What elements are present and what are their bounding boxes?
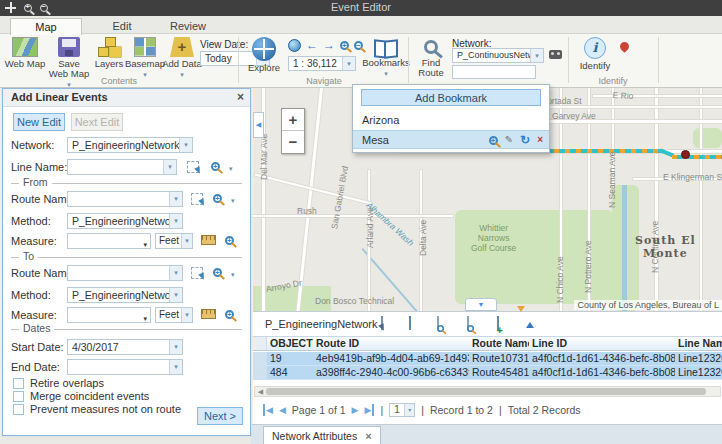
select-to-route-icon[interactable] xyxy=(191,267,203,279)
start-date-field[interactable]: 4/30/2017▾ xyxy=(67,339,183,355)
find-route-icon xyxy=(424,40,438,54)
next-page-button[interactable]: ▶ xyxy=(352,404,359,416)
add-data-icon xyxy=(170,37,194,57)
horizontal-scrollbar[interactable]: ◀ xyxy=(254,386,721,397)
bookmark-item[interactable]: Arizona xyxy=(353,111,549,130)
map-label: Delta Ave xyxy=(418,220,428,256)
network-field-label: Network: xyxy=(11,137,54,153)
column-header[interactable]: Line ID xyxy=(529,337,675,350)
scrollbar-thumb[interactable] xyxy=(266,388,706,395)
edit-bookmark-icon[interactable]: ✎ xyxy=(505,135,513,145)
pin-icon[interactable] xyxy=(618,40,631,53)
new-edit-button[interactable]: New Edit xyxy=(13,113,65,131)
collapse-table-button[interactable]: ▼ xyxy=(465,298,497,311)
checkbox[interactable] xyxy=(13,404,24,415)
tab-network-attributes[interactable]: Network Attributes × xyxy=(263,426,381,444)
map-zoom-in-button[interactable]: + xyxy=(282,109,304,131)
tab-edit[interactable]: Edit xyxy=(92,18,152,35)
web-map-button[interactable]: Web Map xyxy=(4,37,46,69)
map-zoom-control: + − xyxy=(281,108,305,154)
zoom-to-from-route-icon[interactable] xyxy=(213,194,222,203)
zoom-to-measure-icon[interactable] xyxy=(225,310,234,319)
table-cell: a4f0cf1d-1d61-4346-befc-8b08133e681e xyxy=(529,366,675,379)
column-header[interactable]: Line Name xyxy=(675,337,722,350)
layers-button[interactable]: Layers xyxy=(92,37,126,69)
select-line-on-map-icon[interactable] xyxy=(187,161,199,173)
select-records-icon[interactable] xyxy=(381,316,383,330)
next-edit-button[interactable]: Next Edit xyxy=(71,113,123,131)
show-table-icon[interactable] xyxy=(409,316,411,330)
from-unit-select[interactable]: Feet▾ xyxy=(155,233,193,249)
find-route-button[interactable]: Find Route xyxy=(414,37,448,78)
page-select[interactable]: 1 ▾ xyxy=(389,403,415,417)
column-header[interactable]: OBJECTID xyxy=(267,337,313,350)
zoom-to-bookmark-icon[interactable] xyxy=(489,136,498,145)
basemap-icon xyxy=(134,37,156,57)
network-field[interactable]: P_EngineeringNetwork▾ xyxy=(67,137,193,153)
to-measure-field[interactable]: ▾ xyxy=(67,307,151,323)
identify-button[interactable]: i Identify xyxy=(576,37,614,71)
measure-on-map-icon[interactable] xyxy=(201,235,216,245)
network-select[interactable]: P_ContinuousNetwork ▾ xyxy=(452,48,544,63)
add-bookmark-button[interactable]: Add Bookmark xyxy=(361,89,541,106)
table-row[interactable]: 484a398ff4c-2940-4c00-96b6-c6343f8f1711R… xyxy=(253,366,722,380)
explore-button[interactable]: Explore xyxy=(246,37,282,73)
route-search-input[interactable] xyxy=(452,65,536,79)
map-zoom-out-button[interactable]: − xyxy=(282,131,304,153)
column-header[interactable]: Route ID xyxy=(313,337,469,350)
to-unit-select[interactable]: Feet▾ xyxy=(155,307,193,323)
add-data-button[interactable]: Add Data ▾ xyxy=(162,37,202,78)
close-icon[interactable]: × xyxy=(237,89,244,106)
close-icon[interactable]: × xyxy=(365,428,371,444)
table-cell: Route45481 xyxy=(469,366,529,379)
basemap-button[interactable]: Basemap ▾ xyxy=(126,37,164,78)
globe-icon[interactable] xyxy=(288,39,301,52)
bookmarks-button[interactable]: Bookmarks ▾ xyxy=(364,37,408,77)
measure-on-map-icon[interactable] xyxy=(201,309,216,319)
zoom-to-measure-icon[interactable] xyxy=(225,236,234,245)
bookmark-name: Arizona xyxy=(362,114,399,126)
tab-map[interactable]: Map xyxy=(10,18,82,35)
checkbox[interactable] xyxy=(13,391,24,402)
zoom-in-map-icon[interactable] xyxy=(340,41,349,50)
pan-to-selection-icon[interactable] xyxy=(467,316,469,330)
to-method-label: Method: xyxy=(11,287,51,303)
from-measure-field[interactable]: ▾ xyxy=(67,233,151,249)
scale-select[interactable]: 1 : 36,112 ▾ xyxy=(288,56,356,71)
to-route-field[interactable]: ▾ xyxy=(67,265,183,281)
from-method-field[interactable]: P_EngineeringNetwork▾ xyxy=(67,213,183,229)
table-cell: Route107312 xyxy=(469,352,529,365)
zoom-to-selection-icon[interactable] xyxy=(437,316,439,330)
refresh-bookmark-icon[interactable]: ↻ xyxy=(520,135,530,145)
last-page-button[interactable]: ▶ xyxy=(364,404,374,416)
next-button[interactable]: Next > xyxy=(197,407,243,425)
from-route-field[interactable]: ▾ xyxy=(67,191,183,207)
scroll-left-icon[interactable]: ◀ xyxy=(255,388,266,396)
find-network-icon[interactable] xyxy=(549,50,562,59)
map-label: N Chico Ave xyxy=(555,256,565,303)
table-cell: Line12320 xyxy=(675,366,722,379)
page-label: Page 1 of 1 xyxy=(292,404,346,416)
end-date-field[interactable]: ▾ xyxy=(67,359,183,375)
zoom-out-map-icon[interactable] xyxy=(354,41,363,50)
table-row[interactable]: 194eb9419b-af9b-4d04-ab69-1d493476802bRo… xyxy=(253,352,722,366)
select-from-route-icon[interactable] xyxy=(191,193,203,205)
previous-extent-icon[interactable]: ← xyxy=(306,39,318,52)
zoom-to-to-route-icon[interactable] xyxy=(213,268,222,277)
add-records-icon[interactable] xyxy=(497,316,499,330)
table-cell: 19 xyxy=(267,352,313,365)
tab-review[interactable]: Review xyxy=(156,18,220,35)
line-name-field[interactable]: ▾ xyxy=(67,159,177,175)
first-page-button[interactable]: ◀ xyxy=(263,404,273,416)
checkbox[interactable] xyxy=(13,378,24,389)
delete-bookmark-icon[interactable]: × xyxy=(537,135,543,145)
to-method-field[interactable]: P_EngineeringNetwork▾ xyxy=(67,287,183,303)
bookmark-item[interactable]: Mesa✎↻× xyxy=(353,130,549,149)
add-linear-events-panel: Add Linear Events × New Edit Next Edit N… xyxy=(2,88,251,436)
column-header[interactable]: Route Name xyxy=(469,337,529,350)
group-label-identify: Identify xyxy=(568,76,658,86)
collapse-panel-button[interactable]: ◀ xyxy=(253,112,264,138)
prev-page-button[interactable]: ◀ xyxy=(279,404,286,416)
zoom-to-line-icon[interactable] xyxy=(211,162,220,171)
next-extent-icon[interactable]: → xyxy=(323,39,335,52)
